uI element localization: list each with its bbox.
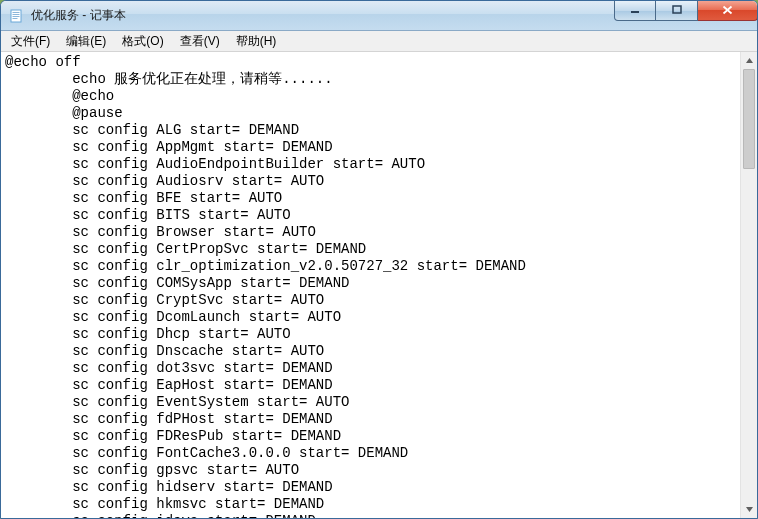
- menubar: 文件(F) 编辑(E) 格式(O) 查看(V) 帮助(H): [1, 31, 757, 52]
- chevron-down-icon: [745, 505, 754, 514]
- maximize-icon: [672, 5, 682, 15]
- svg-marker-10: [746, 507, 753, 512]
- vertical-scrollbar[interactable]: [740, 52, 757, 518]
- window-title: 优化服务 - 记事本: [31, 7, 614, 24]
- svg-rect-3: [13, 16, 20, 17]
- window-controls: [614, 1, 758, 21]
- svg-rect-1: [13, 12, 20, 13]
- scroll-track[interactable]: [741, 69, 757, 501]
- svg-rect-5: [631, 11, 639, 13]
- notepad-window: 优化服务 - 记事本 文件(F) 编辑(E) 格式(O): [0, 0, 758, 519]
- menu-help[interactable]: 帮助(H): [228, 31, 285, 51]
- scroll-down-button[interactable]: [741, 501, 757, 518]
- menu-view[interactable]: 查看(V): [172, 31, 228, 51]
- maximize-button[interactable]: [656, 1, 698, 21]
- content-area: @echo off echo 服务优化正在处理，请稍等...... @echo …: [1, 52, 757, 518]
- minimize-icon: [630, 5, 640, 15]
- minimize-button[interactable]: [614, 1, 656, 21]
- svg-rect-6: [673, 6, 681, 13]
- menu-file[interactable]: 文件(F): [3, 31, 58, 51]
- scroll-up-button[interactable]: [741, 52, 757, 69]
- menu-format[interactable]: 格式(O): [114, 31, 171, 51]
- titlebar[interactable]: 优化服务 - 记事本: [1, 1, 757, 31]
- close-button[interactable]: [698, 1, 758, 21]
- notepad-icon: [9, 8, 25, 24]
- text-area[interactable]: @echo off echo 服务优化正在处理，请稍等...... @echo …: [1, 52, 740, 518]
- close-icon: [722, 5, 733, 15]
- svg-marker-9: [746, 58, 753, 63]
- svg-rect-2: [13, 14, 20, 15]
- scroll-thumb[interactable]: [743, 69, 755, 169]
- svg-rect-4: [13, 18, 18, 19]
- menu-edit[interactable]: 编辑(E): [58, 31, 114, 51]
- chevron-up-icon: [745, 56, 754, 65]
